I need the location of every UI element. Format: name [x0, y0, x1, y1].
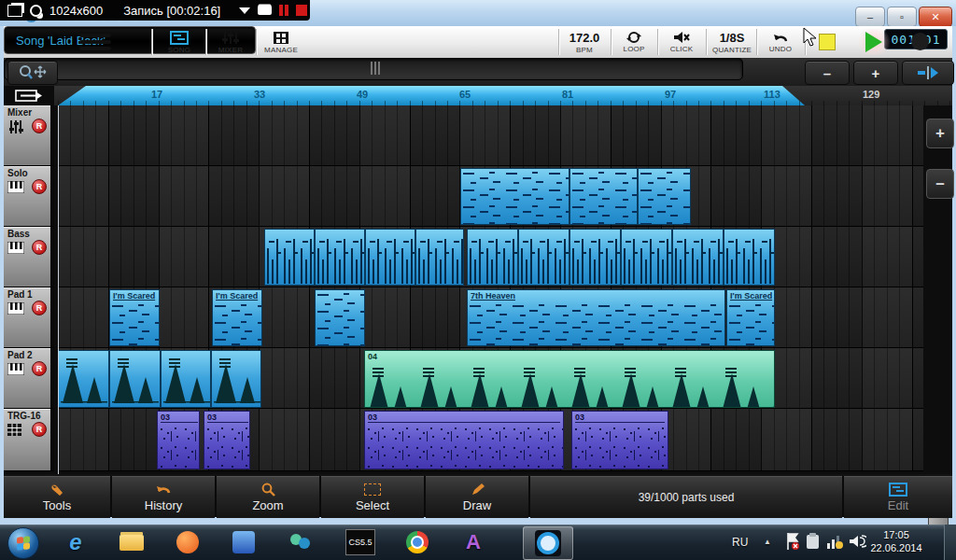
show-desktop-button[interactable] — [944, 525, 956, 560]
clip[interactable] — [211, 350, 261, 408]
clip[interactable] — [58, 350, 109, 408]
record-arm-badge[interactable]: R — [32, 422, 47, 437]
clip[interactable]: 03 — [364, 411, 564, 469]
zoom-in-button[interactable]: + — [853, 61, 898, 85]
menu-button[interactable] — [58, 27, 133, 57]
clip[interactable]: 7th Heaven — [467, 289, 725, 346]
minimize-button[interactable]: – — [855, 7, 885, 27]
undo-button[interactable]: UNDO — [758, 27, 803, 57]
network-icon[interactable] — [825, 532, 844, 551]
tools-button[interactable]: Tools — [4, 476, 110, 518]
stop-recording-icon[interactable] — [296, 5, 307, 16]
maximize-button[interactable]: ▫ — [887, 7, 917, 27]
chevron-down-icon[interactable] — [239, 7, 250, 14]
keys-icon — [7, 181, 24, 193]
clip[interactable]: I'm Scared — [109, 289, 160, 346]
zoom-pan-button[interactable] — [7, 61, 58, 85]
action-center-flag-icon[interactable] — [784, 532, 801, 551]
draw-tool-button[interactable]: Draw — [426, 476, 528, 518]
play-icon — [865, 32, 882, 52]
scrollbar-grip[interactable] — [371, 62, 380, 75]
return-to-start-button[interactable] — [4, 86, 54, 105]
record-arm-badge[interactable]: R — [32, 240, 47, 255]
clip[interactable] — [467, 229, 518, 286]
magnifier-icon[interactable] — [30, 5, 42, 17]
record-arm-badge[interactable]: R — [32, 301, 47, 315]
clip[interactable]: 03 — [157, 411, 200, 469]
manage-tab[interactable]: MANAGE — [258, 27, 304, 57]
record-arm-badge[interactable]: R — [32, 119, 47, 133]
clip[interactable]: 03 — [571, 411, 668, 469]
track-header-pad2[interactable]: Pad 2 R — [4, 348, 54, 409]
clip[interactable] — [109, 350, 161, 408]
taskbar-aimp-icon[interactable]: A — [459, 529, 487, 555]
taskbar-cs55-icon[interactable]: CS5.5 — [344, 529, 377, 555]
clip[interactable] — [518, 229, 569, 286]
bpm-button[interactable]: 172.0 BPM — [560, 27, 609, 57]
taskbar-messenger-icon[interactable] — [286, 529, 314, 555]
track-header-mixer[interactable]: Mixer R — [4, 105, 54, 166]
click-button[interactable]: CLICK — [659, 27, 704, 57]
tray-chevron-icon[interactable]: ▲ — [764, 538, 771, 546]
clip[interactable]: I'm Scared — [212, 289, 262, 346]
taskbar-folder-icon[interactable] — [118, 529, 146, 555]
taskbar-movie-maker-icon[interactable] — [230, 529, 258, 555]
clip[interactable] — [315, 229, 365, 286]
track-header-solo[interactable]: Solo R — [4, 166, 54, 227]
record-arm-badge[interactable]: R — [32, 361, 47, 376]
track-header-bass[interactable]: Bass R — [4, 227, 54, 287]
clip[interactable] — [264, 229, 315, 286]
clip[interactable]: 04 — [364, 350, 775, 408]
clip[interactable] — [315, 289, 365, 346]
start-button[interactable] — [7, 527, 39, 559]
quantize-button[interactable]: 1/8S QUANTIZE — [708, 27, 756, 57]
clip[interactable]: 03 — [204, 411, 250, 469]
loop-button[interactable]: LOOP — [612, 27, 655, 57]
playhead[interactable] — [58, 105, 59, 474]
clip[interactable] — [638, 168, 691, 225]
lane-mixer[interactable] — [58, 105, 923, 166]
mixer-tab[interactable]: MIXER — [207, 27, 254, 57]
clip[interactable]: I'm Scared — [726, 289, 775, 346]
clip[interactable] — [415, 229, 464, 286]
taskbar-nanostudio-active[interactable] — [523, 526, 573, 560]
click-metronome-icon — [672, 31, 691, 44]
clip[interactable] — [161, 350, 211, 408]
taskbar-media-player-icon[interactable] — [174, 529, 202, 555]
clip[interactable] — [724, 229, 775, 286]
camera-icon[interactable] — [258, 6, 272, 15]
close-button[interactable]: ✕ — [919, 7, 952, 27]
horizontal-scrollbar[interactable] — [4, 58, 743, 80]
track-zoom-out-button[interactable]: – — [926, 169, 954, 199]
language-indicator[interactable]: RU — [732, 536, 748, 549]
timeline-ruler[interactable]: 17 33 49 65 81 97 113 129 — [4, 86, 952, 105]
clip[interactable] — [672, 229, 724, 286]
clip[interactable] — [621, 229, 672, 286]
clip[interactable] — [569, 168, 638, 225]
window-capture-icon[interactable] — [7, 5, 22, 17]
clip[interactable] — [569, 229, 621, 286]
tray-clipboard-icon[interactable] — [805, 532, 822, 551]
loop-icon — [626, 31, 642, 44]
track-header-pad1[interactable]: Pad 1 R — [4, 287, 54, 348]
screen-recorder-bar: 956x560 Запись [00:02:16] — [0, 0, 310, 21]
history-button[interactable]: History — [112, 476, 215, 518]
taskbar-ie-icon[interactable]: e — [62, 529, 90, 555]
select-tool-button[interactable]: Select — [321, 476, 424, 518]
record-button[interactable] — [911, 33, 929, 50]
zoom-tool-button[interactable]: Zoom — [217, 476, 319, 518]
track-zoom-in-button[interactable]: + — [926, 119, 954, 148]
play-button[interactable] — [854, 29, 893, 55]
goto-playhead-button[interactable] — [902, 61, 954, 85]
zoom-out-button[interactable]: – — [805, 61, 850, 85]
taskbar-clock[interactable]: 17:05 22.06.2014 — [857, 528, 935, 554]
record-arm-badge[interactable]: R — [32, 179, 47, 194]
clip[interactable] — [365, 229, 415, 286]
taskbar-chrome-icon[interactable] — [403, 529, 431, 555]
edit-button[interactable]: Edit — [844, 476, 952, 518]
track-header-trg16[interactable]: TRG-16 R — [4, 409, 54, 471]
clip[interactable] — [460, 168, 569, 225]
song-tab[interactable]: SONG — [155, 27, 204, 57]
pause-recording-icon[interactable] — [279, 5, 283, 16]
marker-swatch[interactable] — [819, 34, 836, 50]
